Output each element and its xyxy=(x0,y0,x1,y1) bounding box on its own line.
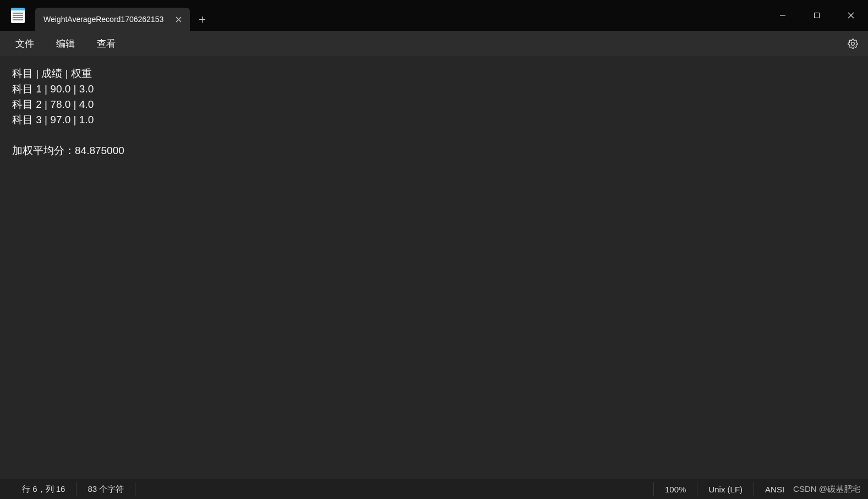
status-divider xyxy=(754,482,754,496)
menu-edit[interactable]: 编辑 xyxy=(45,34,86,53)
maximize-button[interactable] xyxy=(800,0,834,31)
minimize-button[interactable] xyxy=(766,0,800,31)
status-divider xyxy=(653,482,654,496)
titlebar: WeightAverageRecord1706262153 xyxy=(0,0,868,31)
notepad-icon xyxy=(11,8,25,23)
tab-active[interactable]: WeightAverageRecord1706262153 xyxy=(35,8,190,31)
status-divider xyxy=(697,482,697,496)
menu-view[interactable]: 查看 xyxy=(86,34,127,53)
svg-rect-0 xyxy=(815,13,820,18)
close-icon xyxy=(176,17,182,23)
close-window-button[interactable] xyxy=(834,0,868,31)
menu-file[interactable]: 文件 xyxy=(4,34,45,53)
gear-icon xyxy=(848,39,858,49)
tab-close-button[interactable] xyxy=(172,13,184,25)
close-icon xyxy=(848,12,854,19)
window-controls xyxy=(766,0,868,31)
status-encoding[interactable]: ANSI xyxy=(756,479,793,499)
minimize-icon xyxy=(779,12,786,19)
menubar: 文件 编辑 查看 xyxy=(0,31,868,56)
status-divider xyxy=(135,482,135,496)
text-editor[interactable]: 科目 | 成绩 | 权重 科目 1 | 90.0 | 3.0 科目 2 | 78… xyxy=(0,56,868,479)
new-tab-button[interactable] xyxy=(190,8,214,31)
status-char-count: 83 个字符 xyxy=(79,479,133,499)
status-cursor-position: 行 6，列 16 xyxy=(13,479,74,499)
status-divider xyxy=(76,482,77,496)
watermark-text: CSDN @碳基肥宅 xyxy=(793,484,868,495)
status-zoom[interactable]: 100% xyxy=(656,479,695,499)
status-line-ending[interactable]: Unix (LF) xyxy=(700,479,751,499)
tab-title: WeightAverageRecord1706262153 xyxy=(43,15,163,24)
maximize-icon xyxy=(814,12,820,19)
plus-icon xyxy=(199,16,206,23)
statusbar: 行 6，列 16 83 个字符 100% Unix (LF) ANSI CSDN… xyxy=(0,479,868,499)
app-icon-container xyxy=(0,0,35,31)
settings-button[interactable] xyxy=(842,34,864,53)
